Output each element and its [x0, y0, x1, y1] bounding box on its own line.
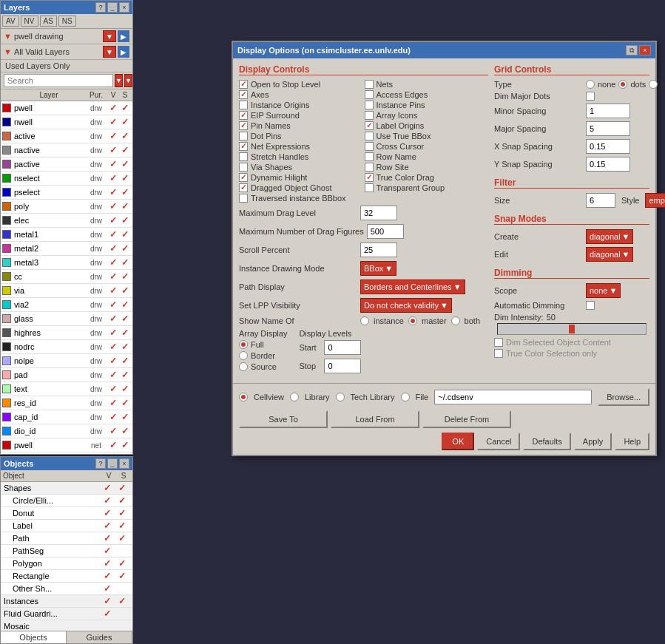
objects-help-btn[interactable]: ?	[95, 458, 106, 469]
cb-net-expressions-box[interactable]: ✓	[239, 142, 248, 151]
layers-help-btn[interactable]: ?	[95, 2, 106, 13]
save-to-btn[interactable]: Save To	[239, 410, 328, 428]
source-file-radio[interactable]	[401, 393, 410, 401]
layer-v-check[interactable]: ✓	[107, 201, 119, 211]
start-input[interactable]	[324, 340, 361, 355]
layer-row[interactable]: metal1 drw ✓ ✓	[1, 228, 132, 242]
obj-row[interactable]: Path ✓ ✓	[1, 532, 132, 545]
layer-s-check[interactable]: ✓	[119, 229, 131, 240]
obj-row[interactable]: Rectangle ✓ ✓	[1, 570, 132, 583]
objects-close-btn[interactable]: ×	[119, 458, 129, 469]
layer-row[interactable]: pwell drw ✓ ✓	[1, 101, 132, 115]
layer-row[interactable]: nwell net ✓ ✓	[1, 453, 132, 454]
type-lines-radio[interactable]	[649, 80, 658, 89]
apply-btn[interactable]: Apply	[574, 433, 612, 450]
cb-axes-box[interactable]: ✓	[239, 90, 248, 99]
layer-v-check[interactable]: ✓	[107, 384, 119, 394]
layer-row[interactable]: nselect drw ✓ ✓	[1, 172, 132, 186]
cb-dot-pins-box[interactable]	[239, 132, 248, 140]
obj-row[interactable]: Fluid Guardri... ✓	[1, 608, 132, 620]
auto-dim-checkbox[interactable]	[586, 301, 595, 310]
nv-btn[interactable]: NV	[21, 16, 38, 27]
obj-v-check[interactable]: ✓	[100, 521, 115, 531]
snap-edit-dropdown[interactable]: diagonal ▼	[586, 247, 633, 262]
obj-v-check[interactable]: ✓	[100, 508, 115, 518]
layer-v-check[interactable]: ✓	[107, 398, 119, 408]
cb-via-shapes-box[interactable]	[239, 163, 248, 172]
library-dropdown-btn[interactable]: ▼	[103, 30, 116, 42]
cb-traversed-bbbox-box[interactable]	[239, 194, 248, 203]
layer-s-check[interactable]: ✓	[119, 426, 131, 436]
layers-min-btn[interactable]: _	[107, 2, 118, 13]
dim-slider-thumb[interactable]	[569, 325, 575, 333]
layer-s-check[interactable]: ✓	[119, 159, 131, 169]
layer-v-check[interactable]: ✓	[107, 412, 119, 422]
cancel-btn[interactable]: Cancel	[477, 433, 520, 450]
array-source-radio[interactable]	[239, 362, 248, 371]
browse-btn[interactable]: Browse...	[598, 388, 649, 406]
layer-v-check[interactable]: ✓	[107, 370, 119, 380]
layer-s-check[interactable]: ✓	[119, 356, 131, 366]
layer-row[interactable]: via drw ✓ ✓	[1, 284, 132, 298]
search-dropdown-btn[interactable]: ▼	[115, 74, 123, 87]
layer-row[interactable]: res_id drw ✓ ✓	[1, 396, 132, 410]
layer-row[interactable]: poly drw ✓ ✓	[1, 200, 132, 214]
cb-access-edges-box[interactable]	[365, 90, 374, 99]
array-full-radio[interactable]	[239, 340, 248, 349]
layer-s-check[interactable]: ✓	[119, 398, 131, 408]
tab-objects[interactable]: Objects	[1, 631, 67, 643]
max-drag-figures-input[interactable]	[367, 224, 404, 239]
cb-transparent-group-box[interactable]	[365, 183, 374, 192]
search-input[interactable]	[4, 74, 113, 87]
layer-v-check[interactable]: ✓	[107, 342, 119, 352]
true-color-selection-checkbox[interactable]	[494, 349, 503, 358]
layer-s-check[interactable]: ✓	[119, 412, 131, 422]
layer-s-check[interactable]: ✓	[119, 117, 131, 127]
layer-v-check[interactable]: ✓	[107, 271, 119, 282]
layer-s-check[interactable]: ✓	[119, 328, 131, 338]
layer-row[interactable]: nactive drw ✓ ✓	[1, 143, 132, 157]
obj-row[interactable]: Label ✓ ✓	[1, 520, 132, 532]
layer-s-check[interactable]: ✓	[119, 384, 131, 394]
obj-row[interactable]: Polygon ✓ ✓	[1, 557, 132, 570]
layer-row[interactable]: pad drw ✓ ✓	[1, 368, 132, 382]
obj-v-check[interactable]: ✓	[100, 546, 115, 556]
obj-v-check[interactable]: ✓	[100, 533, 115, 543]
layer-v-check[interactable]: ✓	[107, 229, 119, 240]
layer-v-check[interactable]: ✓	[107, 257, 119, 268]
layer-v-check[interactable]: ✓	[107, 215, 119, 226]
type-dots-radio[interactable]	[618, 80, 627, 89]
search-options-btn[interactable]: ▼	[124, 74, 132, 87]
max-drag-input[interactable]	[360, 206, 397, 220]
obj-v-check[interactable]: ✓	[100, 583, 115, 594]
defaults-btn[interactable]: Defaults	[523, 433, 570, 450]
cb-array-icons-box[interactable]	[365, 111, 374, 120]
obj-s-check[interactable]: ✓	[115, 596, 129, 606]
layer-s-check[interactable]: ✓	[119, 370, 131, 380]
obj-v-check[interactable]: ✓	[100, 558, 115, 569]
instance-drawing-dropdown[interactable]: BBox ▼	[360, 261, 396, 276]
show-name-instance-radio[interactable]	[360, 316, 369, 325]
cb-true-color-drag-box[interactable]: ✓	[365, 173, 374, 182]
layer-s-check[interactable]: ✓	[119, 313, 131, 324]
layer-s-check[interactable]: ✓	[119, 103, 131, 113]
objects-min-btn[interactable]: _	[107, 458, 118, 469]
obj-v-check[interactable]: ✓	[100, 495, 115, 506]
layer-v-check[interactable]: ✓	[107, 187, 119, 197]
stop-input[interactable]	[324, 359, 361, 373]
obj-s-check[interactable]: ✓	[115, 558, 129, 569]
show-name-both-radio[interactable]	[451, 316, 460, 325]
cb-pin-names-box[interactable]: ✓	[239, 121, 248, 130]
layer-s-check[interactable]: ✓	[119, 131, 131, 141]
layer-s-check[interactable]: ✓	[119, 173, 131, 183]
cb-nets-box[interactable]	[365, 80, 374, 89]
layer-row[interactable]: glass drw ✓ ✓	[1, 312, 132, 326]
layer-row[interactable]: nolpe drw ✓ ✓	[1, 354, 132, 368]
valid-layers-arrow-btn[interactable]: ▶	[118, 46, 129, 58]
x-snap-input[interactable]	[586, 139, 630, 154]
path-display-dropdown[interactable]: Borders and Centerlines ▼	[360, 279, 465, 294]
ns-btn[interactable]: NS	[58, 16, 76, 27]
cb-dragged-ghost-box[interactable]: ✓	[239, 183, 248, 192]
filter-size-input[interactable]	[586, 193, 615, 208]
layer-v-check[interactable]: ✓	[107, 426, 119, 436]
